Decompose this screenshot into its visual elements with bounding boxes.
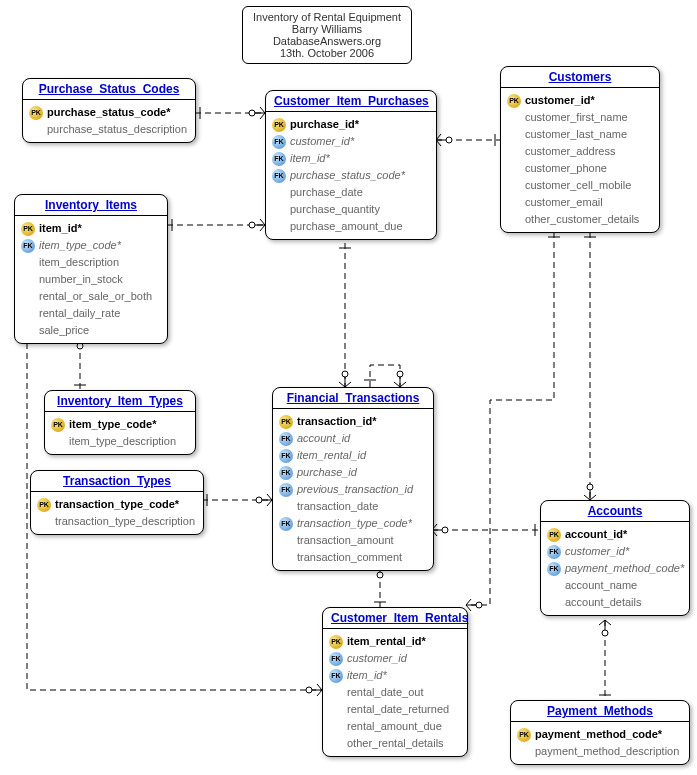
- svg-point-17: [249, 222, 255, 228]
- no-key-spacer: [21, 307, 35, 321]
- attribute-row: PKtransaction_id*: [279, 413, 427, 430]
- attribute-row: rental_daily_rate: [21, 305, 161, 322]
- no-key-spacer: [547, 579, 561, 593]
- attribute-name: customer_id*: [525, 93, 595, 108]
- attribute-row: account_name: [547, 577, 683, 594]
- entity-title: Customers: [501, 67, 659, 88]
- entity-title: Inventory_Item_Types: [45, 391, 195, 412]
- primary-key-icon: PK: [21, 222, 35, 236]
- attribute-name: customer_last_name: [525, 127, 627, 142]
- no-key-spacer: [279, 551, 293, 565]
- svg-point-63: [476, 602, 482, 608]
- svg-point-5: [249, 110, 255, 116]
- attribute-name: other_customer_details: [525, 212, 639, 227]
- entity-customer-item-rentals: Customer_Item_Rentals PKitem_rental_id*F…: [322, 607, 468, 757]
- attribute-row: purchase_amount_due: [272, 218, 430, 235]
- primary-key-icon: PK: [279, 415, 293, 429]
- attribute-name: purchase_amount_due: [290, 219, 403, 234]
- entity-title: Transaction_Types: [31, 471, 203, 492]
- entity-title: Payment_Methods: [511, 701, 689, 722]
- attribute-row: PKaccount_id*: [547, 526, 683, 543]
- no-key-spacer: [329, 720, 343, 734]
- title-line: Inventory of Rental Equipment: [253, 11, 401, 23]
- attribute-row: customer_first_name: [507, 109, 653, 126]
- attribute-row: PKitem_type_code*: [51, 416, 189, 433]
- entity-accounts: Accounts PKaccount_id*FKcustomer_id*FKpa…: [540, 500, 690, 616]
- foreign-key-icon: FK: [21, 239, 35, 253]
- attribute-name: number_in_stock: [39, 272, 123, 287]
- attribute-name: purchase_id: [297, 465, 357, 480]
- no-key-spacer: [37, 515, 51, 529]
- attribute-name: account_id: [297, 431, 350, 446]
- attribute-name: rental_or_sale_or_both: [39, 289, 152, 304]
- no-key-spacer: [272, 220, 286, 234]
- attribute-row: FKprevious_transaction_id: [279, 481, 427, 498]
- attribute-name: customer_email: [525, 195, 603, 210]
- attribute-name: other_rental_details: [347, 736, 444, 751]
- attribute-name: sale_price: [39, 323, 89, 338]
- primary-key-icon: PK: [329, 635, 343, 649]
- attribute-row: purchase_quantity: [272, 201, 430, 218]
- attribute-row: FKcustomer_id: [329, 650, 461, 667]
- foreign-key-icon: FK: [279, 449, 293, 463]
- attribute-row: FKcustomer_id*: [547, 543, 683, 560]
- entity-purchase-status-codes: Purchase_Status_Codes PKpurchase_status_…: [22, 78, 196, 143]
- svg-point-74: [306, 687, 312, 693]
- attribute-row: item_description: [21, 254, 161, 271]
- no-key-spacer: [329, 703, 343, 717]
- no-key-spacer: [507, 196, 521, 210]
- no-key-spacer: [507, 213, 521, 227]
- attribute-name: item_type_code*: [39, 238, 121, 253]
- attribute-row: other_customer_details: [507, 211, 653, 228]
- attribute-name: previous_transaction_id: [297, 482, 413, 497]
- attribute-name: item_id*: [39, 221, 82, 236]
- attribute-row: customer_cell_mobile: [507, 177, 653, 194]
- attribute-name: item_id*: [290, 151, 330, 166]
- foreign-key-icon: FK: [329, 669, 343, 683]
- no-key-spacer: [507, 111, 521, 125]
- no-key-spacer: [507, 179, 521, 193]
- attribute-name: customer_cell_mobile: [525, 178, 631, 193]
- attribute-row: PKpurchase_id*: [272, 116, 430, 133]
- entity-inventory-item-types: Inventory_Item_Types PKitem_type_code*it…: [44, 390, 196, 455]
- attribute-row: item_type_description: [51, 433, 189, 450]
- svg-point-11: [446, 137, 452, 143]
- primary-key-icon: PK: [547, 528, 561, 542]
- attribute-name: rental_date_out: [347, 685, 423, 700]
- svg-point-29: [342, 371, 348, 377]
- title-line: DatabaseAnswers.org: [253, 35, 401, 47]
- attribute-name: purchase_date: [290, 185, 363, 200]
- attribute-name: item_id*: [347, 668, 387, 683]
- attribute-name: item_description: [39, 255, 119, 270]
- attribute-row: customer_last_name: [507, 126, 653, 143]
- attribute-row: number_in_stock: [21, 271, 161, 288]
- foreign-key-icon: FK: [272, 169, 286, 183]
- svg-point-52: [587, 484, 593, 490]
- attribute-row: transaction_date: [279, 498, 427, 515]
- no-key-spacer: [507, 128, 521, 142]
- attribute-row: FKitem_id*: [272, 150, 430, 167]
- entity-title: Customer_Item_Rentals: [323, 608, 467, 629]
- svg-point-40: [397, 371, 403, 377]
- attribute-name: item_rental_id*: [347, 634, 426, 649]
- attribute-row: payment_method_description: [517, 743, 683, 760]
- entity-title: Financial_Transactions: [273, 388, 433, 409]
- attribute-row: PKitem_id*: [21, 220, 161, 237]
- attribute-name: purchase_status_description: [47, 122, 187, 137]
- no-key-spacer: [329, 737, 343, 751]
- no-key-spacer: [51, 435, 65, 449]
- entity-customers: Customers PKcustomer_id*customer_first_n…: [500, 66, 660, 233]
- attribute-row: rental_date_out: [329, 684, 461, 701]
- foreign-key-icon: FK: [279, 466, 293, 480]
- diagram-title-box: Inventory of Rental Equipment Barry Will…: [242, 6, 412, 64]
- foreign-key-icon: FK: [279, 483, 293, 497]
- attribute-row: FKpayment_method_code*: [547, 560, 683, 577]
- attribute-row: FKitem_id*: [329, 667, 461, 684]
- attribute-name: customer_address: [525, 144, 616, 159]
- no-key-spacer: [21, 290, 35, 304]
- attribute-name: account_name: [565, 578, 637, 593]
- attribute-name: rental_daily_rate: [39, 306, 120, 321]
- attribute-name: transaction_date: [297, 499, 378, 514]
- no-key-spacer: [279, 500, 293, 514]
- entity-title: Inventory_Items: [15, 195, 167, 216]
